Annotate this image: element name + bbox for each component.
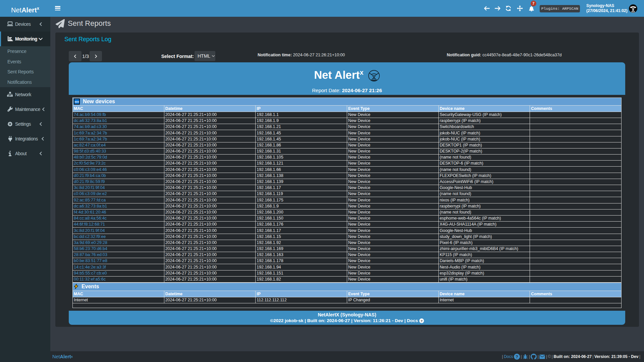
- svg-text:?: ?: [516, 355, 518, 359]
- svg-text:NEW: NEW: [75, 101, 79, 103]
- svg-text:?: ?: [421, 319, 423, 323]
